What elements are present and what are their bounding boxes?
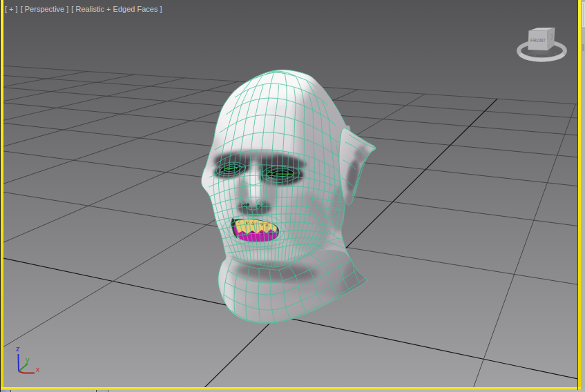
scrollbar-thumb[interactable] — [582, 2, 585, 27]
viewport-menu-pov[interactable]: [ Perspective ] — [21, 5, 69, 13]
scrollbar-mark — [582, 44, 584, 51]
axis-z-label: z — [16, 344, 20, 353]
viewport-active-border-left — [1, 0, 3, 390]
viewport-menu-shading[interactable]: [ Realistic + Edged Faces ] — [71, 5, 162, 13]
viewcube-front-label[interactable]: FRONT — [530, 38, 546, 43]
viewport-label: [ + ][ Perspective ][ Realistic + Edged … — [5, 5, 165, 13]
command-panel-sliver — [581, 0, 585, 392]
window-edge-right — [577, 0, 578, 390]
viewport-canvas[interactable]: x y z FRONT — [0, 0, 585, 392]
viewport-active-border-bottom — [1, 387, 581, 390]
viewport-window: x y z FRONT [ + ][ Perspective ][ Realis… — [0, 0, 585, 392]
viewport-menu-general[interactable]: [ + ] — [5, 5, 18, 13]
viewport-active-border-right — [578, 0, 581, 390]
axis-y-label: y — [26, 355, 30, 364]
window-edge-left — [0, 0, 1, 392]
axis-x-label: x — [36, 365, 40, 373]
